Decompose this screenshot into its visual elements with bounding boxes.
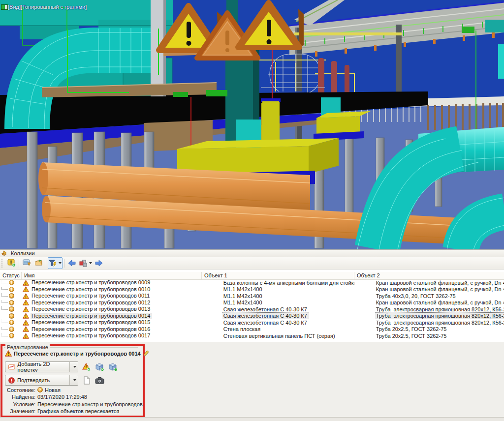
markup-dropdown[interactable] [69, 362, 78, 372]
new-viewpoint-button[interactable] [81, 375, 92, 385]
snapshot-camera-button[interactable] [94, 375, 105, 385]
header-status[interactable]: Статус [0, 272, 22, 279]
clash-toolbar [0, 257, 504, 270]
status-cell: ? [0, 320, 22, 325]
status-new-icon: ? [9, 306, 14, 312]
status-new-icon: ? [9, 327, 14, 332]
header-name[interactable]: Имя [22, 272, 202, 279]
approve-button-row: Подтвердить [5, 375, 105, 386]
property-row: Найдена: ? 03/17/2020 17:29:48 [3, 394, 143, 400]
compact-view-button[interactable] [21, 257, 32, 269]
property-row: Условие: ? Пересечение стр.констр и труб… [3, 401, 143, 407]
name-cell: Пересечение стр.констр и трубопроводов 0… [22, 319, 202, 326]
status-cell: ? [0, 306, 22, 312]
clash-panel-icon [1, 250, 8, 256]
tree-branch [1, 320, 8, 323]
3d-viewport[interactable]: [Вид][Тонированный с гранями] [0, 0, 504, 249]
status-new-icon: ? [9, 313, 14, 319]
status-cell: ? [0, 327, 22, 332]
clash-table: Статус Имя Объект 1 Объект 2 ? [0, 269, 504, 342]
rename-pencil-icon[interactable] [143, 350, 149, 357]
object1-value: Стеновая вертикальная панель ПСТ (серая) [222, 332, 337, 339]
cube-dropdown-caret[interactable] [89, 262, 92, 264]
property-value: Пересечение стр.констр и трубопроводов [37, 401, 143, 407]
approve-status-icon [8, 377, 15, 384]
3d-scene [0, 0, 504, 249]
name-cell: Пересечение стр.констр и трубопроводов 0… [22, 279, 202, 286]
status-new-icon: ? [9, 333, 14, 338]
status-cell: ? [0, 280, 22, 285]
clash-name: Пересечение стр.констр и трубопроводов 0… [31, 293, 152, 299]
status-new-icon: ? [9, 293, 14, 299]
clash-list: ? Пересечение стр.констр и трубопроводов… [0, 279, 504, 339]
view-flag-icon [1, 4, 8, 10]
table-row[interactable]: ? Пересечение стр.констр и трубопроводов… [0, 332, 504, 339]
approve-dropdown[interactable] [69, 375, 78, 385]
previous-clash-button[interactable] [66, 257, 78, 269]
clash-warning-icon [23, 280, 29, 286]
status-bar [0, 417, 504, 421]
object2-value: Труба 20х2.5, ГОСТ 3262-75 [375, 332, 449, 339]
clash-warning-icon [23, 320, 29, 326]
clash-warning-icon [23, 313, 29, 319]
approve-button[interactable]: Подтвердить [5, 375, 78, 386]
tree-branch [1, 306, 8, 310]
status-cell: ? [0, 313, 22, 319]
next-clash-button[interactable] [93, 257, 105, 269]
clash-name: Пересечение стр.констр и трубопроводов 0… [31, 313, 152, 319]
markup-button-row: Добавить 2D пометку 1 [5, 361, 118, 372]
clash-name: Пересечение стр.констр и трубопроводов 0… [31, 286, 152, 293]
select-object1-cube-button[interactable]: 1 [94, 362, 105, 372]
add-2d-markup-button[interactable]: Добавить 2D пометку [5, 361, 78, 372]
toolbar-separator [64, 259, 64, 268]
property-row: Значения: ? Графика объектов пересекаетс… [3, 409, 143, 414]
selected-clash-title: Пересечение стр.констр и трубопроводов 0… [14, 351, 141, 357]
property-value: 03/17/2020 17:29:48 [37, 394, 87, 400]
status-cell: ? [0, 293, 22, 299]
toolbar-separator [19, 259, 19, 268]
status-new-icon: ? [9, 280, 14, 285]
tree-branch [1, 280, 8, 283]
property-value: Графика объектов пересекается [37, 408, 119, 414]
status-new-icon: ? [9, 300, 14, 305]
steel-column [396, 25, 402, 99]
name-cell: Пересечение стр.констр и трубопроводов 0… [22, 326, 202, 332]
clash-panel-title: Коллизии [10, 250, 37, 257]
filter-clashes-button[interactable] [48, 257, 63, 269]
clash-warning-icon [5, 350, 12, 357]
group-label: Редактирование [5, 344, 50, 350]
tree-branch [1, 327, 8, 330]
clash-warning-icon [23, 306, 29, 312]
clash-name: Пересечение стр.констр и трубопроводов 0… [31, 300, 152, 306]
new-clash-test-button[interactable] [5, 257, 17, 269]
clash-warning-icon [23, 286, 29, 292]
status-new-icon: ? [9, 320, 14, 325]
status-cell: ? [0, 300, 22, 305]
status-cell: ? [0, 333, 22, 338]
add-2d-markup-label: Добавить 2D пометку [18, 361, 66, 372]
clash-warning-icon [23, 300, 29, 305]
report-button[interactable] [32, 257, 44, 269]
property-label: Найдена: [3, 394, 35, 400]
approve-clash-icon-button[interactable] [81, 362, 92, 372]
toolbar-separator [46, 259, 46, 268]
filter-dropdown-caret[interactable] [59, 262, 62, 264]
viewport-mode-label: [Вид][Тонированный с гранями] [8, 4, 87, 10]
clash-name: Пересечение стр.констр и трубопроводов 0… [31, 319, 152, 326]
select-object2-cube-button[interactable]: 2 [108, 362, 118, 372]
clash-panel-titlebar[interactable]: Коллизии [0, 249, 504, 257]
highlight-cube-button[interactable] [78, 257, 93, 269]
name-cell: Пересечение стр.констр и трубопроводов 0… [22, 306, 202, 312]
toolbar-grip[interactable] [1, 259, 4, 268]
name-cell: Пересечение стр.констр и трубопроводов 0… [22, 300, 202, 306]
clash-name: Пересечение стр.констр и трубопроводов 0… [31, 279, 152, 286]
property-label: Значения: [3, 408, 35, 414]
clash-name: Пересечение стр.констр и трубопроводов 0… [31, 326, 152, 332]
clash-name: Пересечение стр.констр и трубопроводов 0… [31, 306, 152, 312]
property-row: Состояние: ? Новая [3, 387, 143, 392]
property-label: Состояние: [3, 387, 35, 393]
tree-branch [1, 333, 8, 336]
tree-branch [1, 287, 8, 290]
edit-panel: Редактирование Пересечение стр.констр и … [0, 342, 504, 417]
name-cell: Пересечение стр.констр и трубопроводов 0… [22, 332, 202, 339]
